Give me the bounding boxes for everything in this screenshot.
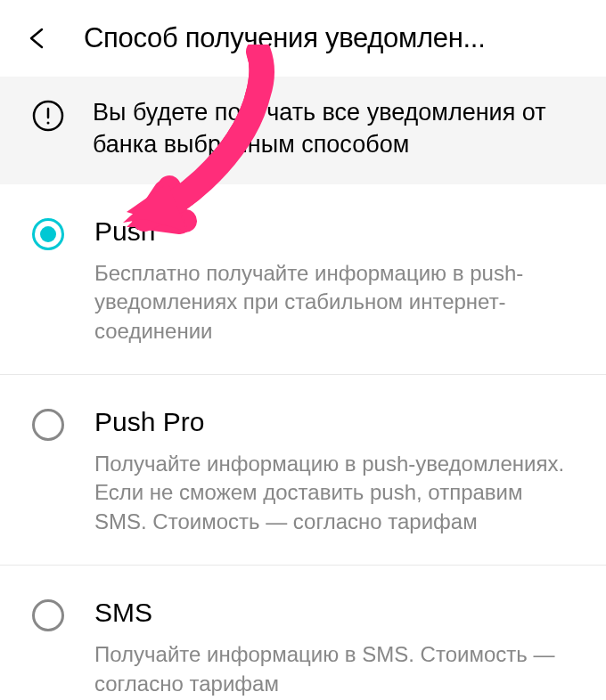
option-push[interactable]: Push Бесплатно получайте информацию в pu…: [0, 184, 606, 375]
option-description: Получайте информацию в push-уведомлениях…: [94, 450, 579, 536]
radio-push[interactable]: [32, 218, 64, 250]
header: Способ получения уведомлен...: [0, 0, 606, 77]
option-description: Получайте информацию в SMS. Стоимость — …: [94, 640, 579, 698]
info-icon: [32, 100, 64, 135]
svg-point-2: [47, 122, 50, 125]
info-text: Вы будете получать все уведомления от ба…: [93, 96, 579, 161]
option-push-pro[interactable]: Push Pro Получайте информацию в push-уве…: [0, 375, 606, 566]
radio-push-pro[interactable]: [32, 409, 64, 441]
info-banner: Вы будете получать все уведомления от ба…: [0, 77, 606, 184]
arrow-left-icon: [24, 25, 51, 52]
option-content: Push Бесплатно получайте информацию в pu…: [94, 216, 579, 346]
option-content: SMS Получайте информацию в SMS. Стоимост…: [94, 598, 579, 698]
option-title: SMS: [94, 598, 579, 628]
option-title: Push: [94, 216, 579, 247]
radio-sms[interactable]: [32, 599, 64, 631]
back-button[interactable]: [20, 20, 55, 56]
option-sms[interactable]: SMS Получайте информацию в SMS. Стоимост…: [0, 566, 606, 700]
option-description: Бесплатно получайте информацию в push-ув…: [94, 259, 579, 346]
option-content: Push Pro Получайте информацию в push-уве…: [94, 407, 579, 536]
option-title: Push Pro: [94, 407, 579, 437]
page-title: Способ получения уведомлен...: [84, 22, 485, 54]
